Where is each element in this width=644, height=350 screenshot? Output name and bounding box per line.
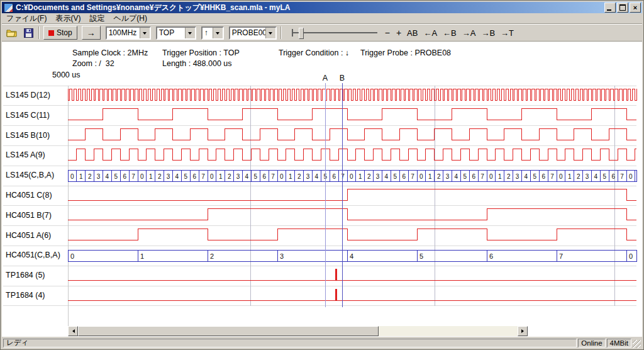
close-button[interactable]: ×: [630, 3, 641, 13]
svg-text:5: 5: [114, 173, 118, 180]
titlebar[interactable]: C:¥Documents and Settings¥noname¥デスクトップ¥…: [2, 2, 642, 13]
save-button[interactable]: [22, 27, 35, 38]
svg-text:1: 1: [568, 173, 572, 180]
svg-text:0: 0: [70, 252, 74, 260]
zoom-slider[interactable]: [292, 26, 377, 39]
trigger-position-dropdown[interactable]: [185, 28, 195, 38]
trigger-edge-value: ↑: [203, 28, 213, 38]
svg-text:4: 4: [525, 173, 528, 180]
svg-text:2: 2: [228, 173, 231, 180]
toolbar-nav-button-1[interactable]: AB: [407, 28, 418, 38]
maximize-button[interactable]: [617, 3, 628, 13]
run-button[interactable]: →: [82, 26, 101, 40]
svg-text:6: 6: [541, 173, 545, 180]
chevron-down-icon: [188, 32, 192, 37]
cursor-a-label[interactable]: A: [321, 74, 329, 82]
svg-text:0: 0: [280, 173, 284, 180]
horizontal-scrollbar[interactable]: [68, 326, 528, 336]
svg-text:5: 5: [254, 173, 258, 180]
zoom-slider-thumb[interactable]: [299, 28, 304, 39]
clock-select-dropdown[interactable]: [140, 28, 150, 38]
svg-text:2: 2: [210, 252, 214, 260]
app-window: C:¥Documents and Settings¥noname¥デスクトップ¥…: [0, 0, 644, 350]
svg-text:5: 5: [184, 173, 188, 180]
svg-text:0: 0: [350, 173, 353, 180]
length-label: Length : 488.000 us: [162, 59, 232, 68]
status-memory: 4MBit: [607, 339, 631, 347]
slider-track[interactable]: [293, 32, 377, 33]
trigger-edge-select[interactable]: ↑: [201, 26, 224, 40]
zoom-label: Zoom : / 32: [72, 59, 114, 68]
trigger-position-label: Trigger Position : TOP: [162, 48, 240, 57]
time-scale-label: 5000 us: [52, 71, 80, 79]
toolbar-nav-button-4[interactable]: →A: [462, 28, 476, 38]
resize-grip[interactable]: [633, 340, 641, 348]
svg-text:2: 2: [88, 173, 92, 180]
svg-text:7: 7: [559, 252, 563, 260]
svg-text:0: 0: [419, 173, 423, 180]
clock-select-value: 100MHz: [107, 28, 140, 38]
menubar: ファイル(F)表示(V)設定ヘルプ(H): [2, 13, 642, 24]
cursor-b-label[interactable]: B: [338, 74, 346, 82]
svg-text:4: 4: [455, 173, 458, 180]
menu-item-2[interactable]: 表示(V): [51, 13, 85, 25]
app-icon: [4, 3, 13, 13]
window-title: C:¥Documents and Settings¥noname¥デスクトップ¥…: [16, 3, 604, 13]
zoom-out-button[interactable]: −: [385, 28, 390, 38]
minimize-button[interactable]: [604, 3, 616, 13]
scroll-left-button[interactable]: [68, 326, 78, 336]
svg-text:4: 4: [106, 173, 109, 180]
svg-text:3: 3: [446, 173, 450, 180]
menu-item-1[interactable]: ファイル(F): [2, 13, 51, 25]
chevron-down-icon: [216, 32, 219, 37]
waveform-plot[interactable]: 0123456701234567012345670123456701234567…: [2, 82, 642, 329]
svg-text:4: 4: [315, 173, 319, 180]
floppy-disk-icon: [24, 28, 33, 38]
svg-text:7: 7: [411, 173, 414, 180]
svg-text:1: 1: [498, 173, 502, 180]
menu-item-4[interactable]: ヘルプ(H): [109, 13, 152, 25]
stop-icon: [48, 30, 54, 36]
trigger-probe-label: Trigger Probe : PROBE08: [360, 48, 451, 57]
svg-text:0: 0: [140, 173, 144, 180]
open-file-button[interactable]: [6, 27, 18, 38]
svg-text:7: 7: [131, 173, 135, 180]
scroll-right-button[interactable]: [518, 326, 528, 336]
svg-text:4: 4: [594, 173, 598, 180]
trigger-position-select[interactable]: TOP: [156, 26, 196, 40]
toolbar-separator: [280, 26, 282, 39]
svg-text:0: 0: [70, 173, 74, 180]
toolbar-nav-button-6[interactable]: →T: [501, 28, 514, 38]
stop-button[interactable]: Stop: [43, 26, 77, 40]
probe-select-dropdown[interactable]: [265, 28, 275, 38]
statusbar: レディ Online 4MBit: [2, 337, 642, 348]
probe-select[interactable]: PROBE00: [229, 26, 277, 40]
svg-text:1: 1: [358, 173, 362, 180]
svg-text:2: 2: [158, 173, 162, 180]
zoom-in-button[interactable]: +: [396, 28, 401, 38]
window-buttons: ×: [604, 3, 641, 13]
svg-text:3: 3: [280, 252, 284, 260]
svg-text:1: 1: [140, 252, 144, 260]
svg-text:1: 1: [428, 173, 432, 180]
toolbar-nav-button-5[interactable]: →B: [481, 28, 495, 38]
svg-text:1: 1: [289, 173, 292, 180]
scrollbar-thumb[interactable]: [78, 326, 379, 336]
toolbar-nav-button-2[interactable]: ←A: [423, 28, 437, 38]
toolbar-nav-button-3[interactable]: ←B: [443, 28, 457, 38]
svg-text:6: 6: [611, 173, 615, 180]
svg-text:3: 3: [516, 173, 519, 180]
toolbar-nav-group: AB←A←B→A→B→T: [401, 28, 514, 38]
status-message: レディ: [3, 339, 577, 347]
svg-text:0: 0: [489, 173, 493, 180]
menu-item-3[interactable]: 設定: [85, 13, 109, 25]
svg-text:0: 0: [559, 173, 563, 180]
status-online: Online: [578, 339, 605, 347]
svg-text:0: 0: [629, 252, 633, 260]
svg-text:0: 0: [210, 173, 214, 180]
svg-text:6: 6: [262, 173, 266, 180]
trigger-edge-dropdown[interactable]: [213, 28, 223, 38]
clock-select[interactable]: 100MHz: [106, 26, 151, 40]
svg-text:6: 6: [472, 173, 475, 180]
svg-text:4: 4: [175, 173, 179, 180]
